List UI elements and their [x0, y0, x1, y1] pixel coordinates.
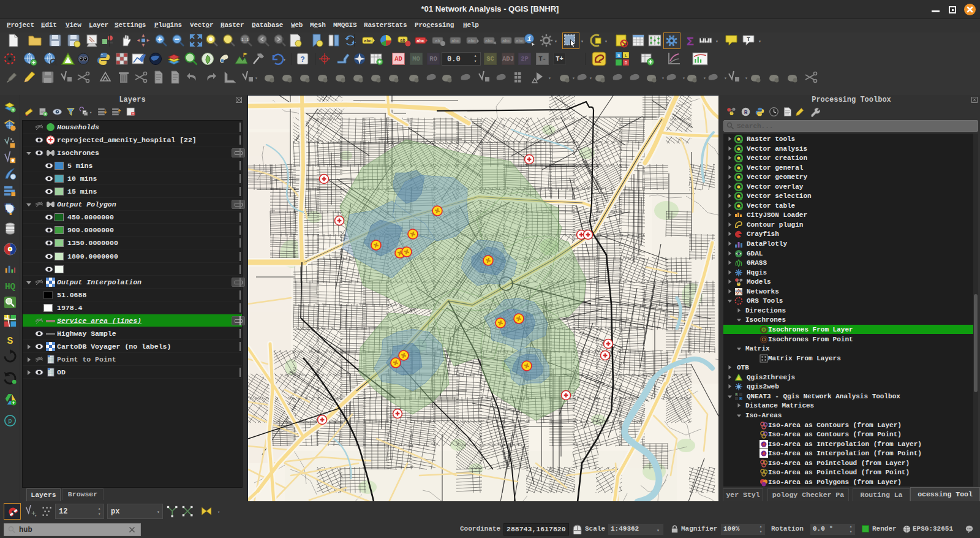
svg-text:abc: abc: [516, 39, 524, 44]
svg-text:R: R: [744, 109, 748, 116]
svg-text:p: p: [8, 417, 12, 425]
svg-text:1:1: 1:1: [241, 37, 249, 42]
svg-text:S: S: [617, 53, 620, 58]
svg-text:i: i: [527, 36, 532, 43]
svg-text:abc: abc: [502, 39, 510, 44]
svg-text:D: D: [625, 61, 628, 66]
svg-text:S: S: [7, 335, 13, 347]
svg-text:abc: abc: [364, 39, 372, 44]
svg-text:abc: abc: [417, 39, 424, 44]
svg-text:Σ: Σ: [687, 35, 694, 48]
svg-text:HQ: HQ: [5, 282, 16, 292]
svg-text:abc: abc: [485, 39, 493, 44]
svg-text:L: L: [625, 53, 628, 58]
svg-text:ab: ab: [435, 39, 440, 44]
svg-text:T: T: [747, 37, 750, 43]
svg-text:abc: abc: [468, 39, 476, 44]
svg-text:ab: ab: [400, 38, 405, 43]
svg-text:?: ?: [300, 56, 304, 64]
svg-text:abc: abc: [451, 39, 459, 44]
